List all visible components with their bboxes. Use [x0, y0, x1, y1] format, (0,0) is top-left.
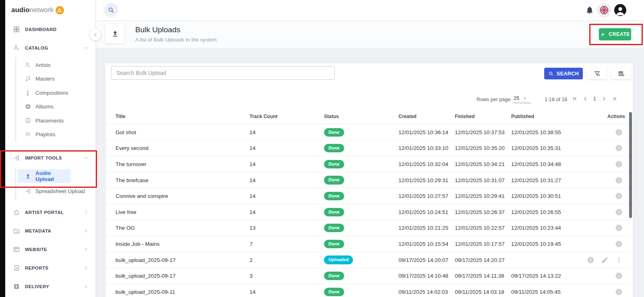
table-row[interactable]: The OG13Done12/01/2025 10:21:2512/01/202… [105, 220, 633, 237]
kebab-icon[interactable] [615, 256, 623, 264]
cell-track-count: 3 [250, 273, 324, 279]
column-header-title[interactable]: Title [116, 114, 250, 119]
sidebar-item-artist-portal[interactable]: ARTIST PORTAL [5, 203, 95, 222]
cell-created: 12/01/2025 10:27:57 [398, 193, 455, 199]
sidebar-item-albums[interactable]: Albums [16, 100, 95, 114]
pencil-icon[interactable] [601, 256, 609, 264]
previous-page-icon[interactable] [582, 96, 588, 102]
info-icon[interactable] [615, 208, 623, 216]
table-row[interactable]: Every second14Done12/01/2025 10:33:1012/… [105, 141, 633, 157]
table-row[interactable]: The turnover14Done12/01/2025 10:32:0412/… [105, 156, 633, 172]
cell-track-count: 7 [250, 241, 324, 247]
table-row[interactable]: bulk_upload_2025-09-173Done09/17/2025 14… [105, 268, 633, 284]
chevron-left-icon [93, 32, 98, 37]
sidebar-item-artists[interactable]: Artists [16, 58, 95, 72]
brand-logo[interactable]: audionetwork [11, 0, 64, 20]
sidebar-item-delivery[interactable]: DELIVERY [5, 277, 95, 296]
table-row[interactable]: Live free14Done12/01/2025 10:24:5112/01/… [105, 204, 633, 220]
search-input[interactable] [111, 66, 335, 80]
global-search-button[interactable] [104, 3, 118, 17]
table-scrollbar[interactable] [629, 112, 632, 218]
cell-actions [577, 144, 625, 152]
cell-track-count: 13 [250, 225, 324, 231]
report-icon [13, 264, 20, 272]
search-icon [548, 71, 554, 77]
sidebar-item-playlists[interactable]: Playlists [16, 128, 95, 142]
column-header-published[interactable]: Published [511, 114, 577, 119]
status-badge: Done [324, 240, 344, 248]
status-badge: Done [324, 160, 344, 168]
logo-text-primary: audio [11, 6, 29, 14]
clear-filters-button[interactable] [587, 68, 607, 79]
column-settings-button[interactable] [611, 68, 631, 79]
info-icon[interactable] [615, 224, 623, 232]
status-badge: Done [324, 208, 344, 216]
home-icon [13, 209, 20, 216]
chevron-right-icon [83, 247, 89, 252]
cell-title: bulk_upload_2025-09-17 [116, 273, 250, 279]
cell-created: 12/01/2025 10:32:04 [398, 161, 455, 167]
sidebar-item-spreadsheet-upload[interactable]: Spreadsheet Upload [16, 184, 95, 198]
columns-gear-icon [618, 70, 625, 77]
sidebar-item-audio-upload[interactable]: Audio Upload [18, 169, 70, 183]
sidebar-item-masters[interactable]: Masters [16, 72, 95, 86]
info-icon[interactable] [615, 192, 623, 200]
table-row[interactable]: Inside Job - Mains7Done12/01/2025 10:15:… [105, 236, 633, 252]
sidebar-item-metadata[interactable]: METADATA [5, 222, 95, 240]
sidebar-item-reports[interactable]: REPORTS [5, 259, 95, 277]
table-row[interactable]: Connive and conspire14Done12/01/2025 10:… [105, 188, 633, 204]
search-icon [107, 6, 115, 14]
sidebar-subgroup: ArtistsMastersCompositionsAlbumsPlacemen… [15, 57, 95, 142]
info-icon[interactable] [615, 177, 623, 184]
cell-track-count: 14 [250, 289, 324, 295]
info-icon[interactable] [615, 129, 623, 136]
person-note-icon [25, 62, 31, 69]
column-header-created[interactable]: Created [398, 114, 455, 119]
sidebar-item-catalog[interactable]: CATALOG [5, 39, 95, 57]
table-row[interactable]: The briefcase14Done12/01/2025 10:29:3112… [105, 172, 633, 189]
rows-per-page-value: 25 [514, 96, 519, 101]
cell-title: Connive and conspire [116, 193, 250, 199]
info-icon[interactable] [587, 256, 594, 264]
table-row[interactable]: bulk_upload_2025-09-172Uploaded09/17/202… [105, 252, 633, 268]
column-header-track-count[interactable]: Track Count [250, 114, 324, 119]
info-icon[interactable] [615, 288, 623, 296]
column-header-finished[interactable]: Finished [455, 114, 511, 119]
next-page-icon[interactable] [601, 96, 607, 102]
cell-created: 12/01/2025 10:29:31 [398, 177, 455, 183]
cell-published: 12/01/2025 10:30:51 [511, 193, 577, 199]
sidebar-item-website[interactable]: WEBSITE [5, 240, 95, 259]
sidebar-item-placements[interactable]: Placements [16, 114, 95, 128]
table-row[interactable]: Got shot14Done12/01/2025 10:36:1412/01/2… [105, 125, 633, 141]
search-button[interactable]: SEARCH [544, 68, 583, 79]
info-icon[interactable] [615, 272, 623, 280]
status-badge: Done [324, 288, 344, 296]
folder-note-icon [13, 227, 20, 235]
user-avatar[interactable] [614, 4, 626, 16]
first-page-icon[interactable] [572, 96, 578, 102]
browser-icon [13, 246, 20, 253]
sidebar-item-compositions[interactable]: Compositions [16, 86, 95, 100]
cell-actions [577, 288, 625, 296]
info-icon[interactable] [615, 144, 623, 152]
cell-track-count: 14 [250, 193, 324, 199]
column-header-status[interactable]: Status [324, 114, 398, 119]
column-header-actions: Actions [577, 114, 625, 119]
playlist-icon [25, 131, 31, 138]
create-button[interactable]: CREATE [599, 28, 631, 40]
info-icon[interactable] [615, 240, 623, 248]
language-selector[interactable] [597, 3, 611, 17]
current-page[interactable]: 1 [592, 96, 597, 102]
sidebar-item-label: Artists [35, 62, 51, 68]
cell-track-count: 14 [250, 145, 324, 151]
sidebar-item-dashboard[interactable]: DASHBOARD [5, 20, 95, 39]
rows-per-page-select[interactable]: 25 [514, 96, 531, 103]
table-row[interactable]: bulk_upload_2025-09-1114Done09/11/2025 1… [105, 284, 633, 297]
sidebar-item-import-tools[interactable]: IMPORT TOOLS [5, 149, 95, 167]
sidebar-item-label: CATALOG [25, 46, 48, 50]
last-page-icon[interactable] [611, 96, 618, 102]
cell-finished: 12/01/2025 10:26:37 [455, 209, 511, 215]
notifications-bell-icon[interactable] [585, 6, 594, 15]
info-icon[interactable] [615, 160, 623, 168]
sidebar-collapse-button[interactable] [90, 29, 101, 40]
